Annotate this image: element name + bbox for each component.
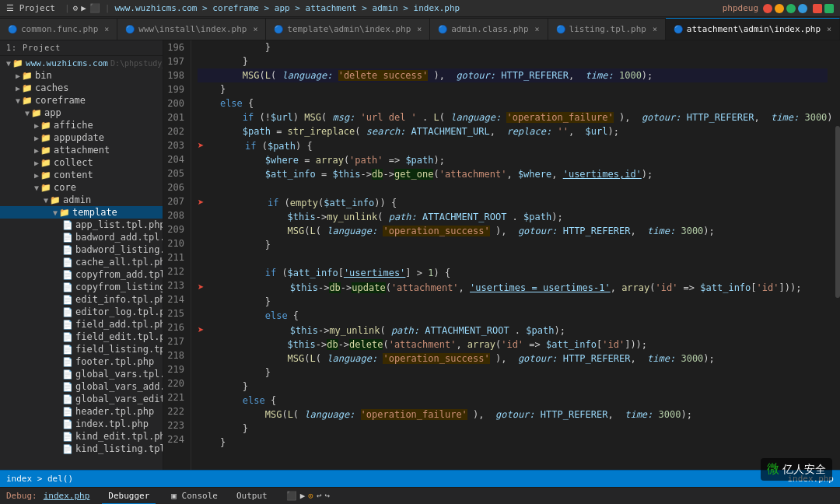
sidebar-item-app[interactable]: ▼ 📁 app: [0, 107, 163, 119]
debug-icon-1[interactable]: ⬛: [286, 491, 297, 501]
mini-scrollbar[interactable]: [834, 40, 840, 470]
tpl-icon: 📄: [62, 444, 73, 454]
file-tree: ▼ 📁 www.wuzhicms.com D:\phpstudy_pro ▶ 📁…: [0, 56, 163, 457]
status-path: index > del(): [6, 474, 73, 484]
file-global-vars: global_vars.tpl.php: [75, 369, 163, 380]
watermark: 微 亿人安全: [761, 458, 832, 481]
tab-close-2[interactable]: ×: [417, 25, 422, 33]
sidebar-item-template[interactable]: ▼ 📁 template: [0, 206, 163, 219]
project-label[interactable]: ☰ Project: [6, 3, 55, 13]
sidebar-item-appupdate[interactable]: ▶ 📁 appupdate: [0, 131, 163, 144]
sidebar-file-index[interactable]: 📄 index.tpl.php: [0, 418, 163, 430]
code-line-213: ➤ $this->db->update('attachment', 'usert…: [198, 280, 828, 295]
content-label: content: [54, 170, 93, 180]
collect-label: collect: [54, 157, 93, 168]
sidebar-item-collect[interactable]: ▶ 📁 collect: [0, 156, 163, 169]
admin-label: admin: [63, 194, 91, 205]
code-editor[interactable]: } } MSG(L( language: 'delete success' ),…: [191, 40, 834, 470]
tpl-icon: 📄: [62, 233, 73, 243]
tab-admin-class[interactable]: 🔵 admin.class.php ×: [430, 18, 548, 40]
sidebar-item-caches[interactable]: ▶ 📁 caches: [0, 82, 163, 94]
sidebar-file-app-list[interactable]: 📄 app_list.tpl.php: [0, 219, 163, 231]
sidebar-file-field-add[interactable]: 📄 field_add.tpl.php: [0, 318, 163, 331]
debug-tab-output[interactable]: Output: [230, 488, 274, 505]
tab-close-0[interactable]: ×: [104, 25, 109, 33]
core-arrow: ▼: [34, 184, 39, 192]
sidebar-item-affiche[interactable]: ▶ 📁 affiche: [0, 119, 163, 131]
tab-attachment-admin-index[interactable]: 🔵 attachment\admin\index.php ×: [666, 18, 840, 40]
tab-close-5[interactable]: ×: [827, 25, 831, 33]
php-icon: 🔵: [556, 25, 565, 33]
sidebar-file-kind-edit[interactable]: 📄 kind_edit.tpl.php: [0, 430, 163, 443]
debug-icon-5[interactable]: ↪: [325, 491, 331, 501]
sidebar-file-field-listing[interactable]: 📄 field_listing.tpl.php: [0, 343, 163, 355]
template-folder-icon: 📁: [59, 208, 70, 218]
sidebar-file-cache-all[interactable]: 📄 cache_all.tpl.php: [0, 256, 163, 268]
sidebar-file-global-vars-edit[interactable]: 📄 global_vars_edit.tpl.: [0, 393, 163, 405]
wechat-icon: 微: [767, 461, 779, 478]
tpl-icon: 📄: [62, 432, 73, 442]
sidebar-file-badword-listing[interactable]: 📄 badword_listing.tpl.ph: [0, 243, 163, 256]
tabs-bar: 🔵 common.func.php × 🔵 www\install\index.…: [0, 17, 840, 40]
code-line-222: MSG(L( language: 'operation_failure' ), …: [198, 408, 828, 422]
attachment-folder-icon: 📁: [40, 145, 51, 156]
tpl-icon: 📄: [62, 282, 73, 292]
sidebar-file-global-vars[interactable]: 📄 global_vars.tpl.php: [0, 368, 163, 380]
tpl-icon: 📄: [62, 394, 73, 404]
php-icon: 🔵: [125, 25, 135, 33]
sidebar-item-bin[interactable]: ▶ 📁 bin: [0, 69, 163, 82]
tpl-icon: 📄: [62, 220, 73, 230]
tab-close-4[interactable]: ×: [653, 25, 657, 33]
collect-folder-icon: 📁: [40, 158, 51, 168]
debug-icon-2[interactable]: ▶: [300, 491, 306, 501]
sidebar-file-kind-listing[interactable]: 📄 kind_listing.tpl.php: [0, 443, 163, 455]
code-line-196: }: [198, 40, 828, 54]
sidebar-item-attachment[interactable]: ▶ 📁 attachment: [0, 144, 163, 156]
sidebar-file-editor-log[interactable]: 📄 editor_log.tpl.php: [0, 306, 163, 318]
admin-arrow: ▼: [44, 196, 48, 205]
debug-file[interactable]: index.php: [44, 491, 90, 501]
file-field-listing: field_listing.tpl.php: [75, 344, 163, 355]
caches-label: caches: [35, 82, 68, 93]
tree-root[interactable]: ▼ 📁 www.wuzhicms.com D:\phpstudy_pro: [0, 58, 163, 69]
appupdate-folder-icon: 📁: [40, 133, 51, 143]
sidebar-item-coreframe[interactable]: ▼ 📁 coreframe: [0, 94, 163, 107]
code-line-211: [198, 252, 828, 266]
tab-common-func[interactable]: 🔵 common.func.php ×: [0, 18, 117, 40]
sidebar-file-footer[interactable]: 📄 footer.tpl.php: [0, 355, 163, 368]
tab-install-index[interactable]: 🔵 www\install\index.php ×: [117, 18, 266, 40]
sidebar-file-badword-add[interactable]: 📄 badword_add.tpl.php: [0, 231, 163, 243]
sidebar-item-content[interactable]: ▶ 📁 content: [0, 169, 163, 181]
sidebar-file-header[interactable]: 📄 header.tpl.php: [0, 405, 163, 418]
tab-close-3[interactable]: ×: [535, 25, 540, 33]
sidebar-item-admin[interactable]: ▼ 📁 admin: [0, 194, 163, 206]
debug-tab-console[interactable]: ▣ Console: [165, 488, 224, 505]
sidebar-file-copyfrom-add[interactable]: 📄 copyfrom_add.tpl.php: [0, 268, 163, 281]
sidebar-item-core[interactable]: ▼ 📁 core: [0, 181, 163, 194]
sidebar-header: 1: Project: [0, 40, 163, 56]
code-line-208: $this->my_unlink( path: ATTACHMENT_ROOT …: [198, 210, 828, 224]
sidebar-file-field-edit[interactable]: 📄 field_edit.tpl.php: [0, 331, 163, 343]
content-folder-icon: 📁: [40, 170, 51, 180]
tab-listing-tpl[interactable]: 🔵 listing.tpl.php ×: [548, 18, 666, 40]
tab-template-admin[interactable]: 🔵 template\admin\index.php ×: [266, 18, 430, 40]
app-arrow: ▼: [25, 109, 30, 117]
file-global-vars-add: global_vars_add.tpl.p: [75, 381, 163, 392]
tpl-icon: 📄: [62, 270, 73, 280]
tab-close-1[interactable]: ×: [253, 25, 257, 33]
debug-icon-4[interactable]: ↩: [317, 491, 322, 501]
file-index: index.tpl.php: [75, 418, 149, 429]
code-line-217: $this->db->delete('attachment', array('i…: [198, 338, 828, 352]
sidebar-file-global-vars-add[interactable]: 📄 global_vars_add.tpl.p: [0, 380, 163, 393]
sidebar: 1: Project ▼ 📁 www.wuzhicms.com D:\phpst…: [0, 40, 163, 470]
debug-icon-3[interactable]: ⊙: [308, 491, 313, 501]
sidebar-file-edit-info[interactable]: 📄 edit_info.tpl.php: [0, 293, 163, 306]
php-icon: 🔵: [674, 25, 683, 33]
coreframe-label: coreframe: [35, 95, 86, 106]
tpl-icon: 📄: [62, 307, 73, 317]
php-icon: 🔵: [274, 25, 283, 33]
appupdate-label: appupdate: [54, 132, 104, 143]
debug-tab-debugger[interactable]: Debugger: [102, 488, 156, 505]
sidebar-file-copyfrom-listing[interactable]: 📄 copyfrom_listing.tpl.: [0, 281, 163, 293]
code-line-212: if ($att_info['usertimes'] > 1) {: [198, 266, 828, 280]
